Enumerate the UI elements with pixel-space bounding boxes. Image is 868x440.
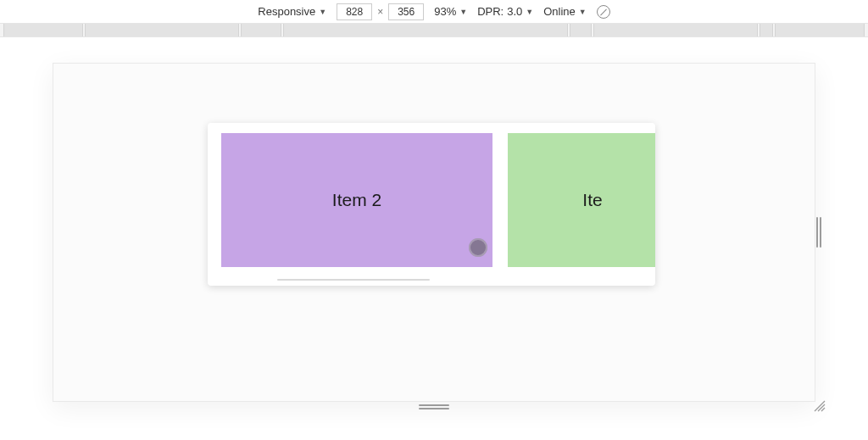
device-viewport[interactable]: Item 2 Ite [53, 63, 815, 402]
breakpoint-segment[interactable] [760, 24, 773, 36]
device-toolbar: Responsive ▼ × 93% ▼ DPR: 3.0 ▼ Online ▼ [0, 0, 868, 24]
zoom-value: 93% [434, 5, 456, 18]
touch-indicator-icon [469, 238, 487, 257]
carousel-item[interactable]: Item 2 [221, 133, 492, 267]
breakpoint-segment[interactable] [283, 24, 568, 36]
carousel-item[interactable]: Ite [508, 133, 655, 267]
dpr-value: 3.0 [507, 5, 522, 18]
breakpoint-segment[interactable] [85, 24, 239, 36]
resize-handle-corner[interactable] [813, 399, 826, 413]
throttling-select[interactable]: Online ▼ [543, 5, 587, 18]
carousel-card: Item 2 Ite [208, 123, 655, 286]
dpr-prefix: DPR: [477, 5, 504, 18]
chevron-down-icon: ▼ [459, 8, 467, 16]
carousel-item-label: Ite [582, 190, 602, 210]
chevron-down-icon: ▼ [526, 8, 533, 16]
carousel-item-label: Item 2 [332, 190, 381, 210]
carousel-scrollbar[interactable] [277, 279, 430, 281]
breakpoint-segment[interactable] [593, 24, 758, 36]
resize-handle-bottom[interactable] [419, 404, 449, 409]
chevron-down-icon: ▼ [579, 8, 587, 16]
device-select[interactable]: Responsive ▼ [258, 5, 326, 18]
breakpoint-segment[interactable] [3, 24, 83, 36]
width-input[interactable] [337, 3, 372, 20]
breakpoint-segment[interactable] [241, 24, 281, 36]
resize-handle-right[interactable] [816, 217, 821, 248]
dimensions-box: × [337, 3, 424, 20]
breakpoint-ruler[interactable] [0, 24, 868, 37]
viewport-stage: Item 2 Ite [0, 37, 868, 440]
rotate-icon[interactable] [597, 5, 610, 19]
online-label: Online [543, 5, 576, 18]
chevron-down-icon: ▼ [319, 8, 326, 16]
zoom-select[interactable]: 93% ▼ [434, 5, 467, 18]
carousel-track[interactable]: Item 2 Ite [208, 133, 655, 267]
dpr-select[interactable]: DPR: 3.0 ▼ [477, 5, 533, 18]
breakpoint-segment[interactable] [570, 24, 592, 36]
device-label: Responsive [258, 5, 315, 18]
height-input[interactable] [388, 3, 424, 20]
dimension-times: × [376, 6, 385, 18]
breakpoint-segment[interactable] [775, 24, 865, 36]
